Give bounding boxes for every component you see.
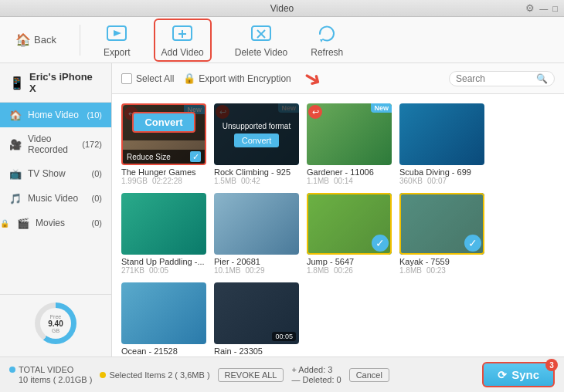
select-all-control[interactable]: Select All [121,73,174,84]
refresh-button[interactable]: Refresh [311,22,343,58]
add-video-label: Add Video [161,47,204,58]
search-input[interactable] [456,73,533,84]
video-meta: 1.1MB 00:14 [307,177,392,185]
reduce-size-bar: Reduce Size ✓ [123,150,205,164]
video-meta: 1.8MB 00:23 [399,266,484,275]
yellow-dot [100,372,106,378]
reduce-size-checkbox[interactable]: ✓ [190,151,201,162]
video-meta: 1.5MB 00:42 [214,177,299,185]
bottom-bar: TOTAL VIDEO 10 items ( 2.01GB ) Selected… [0,357,564,392]
video-recorded-icon: 🎥 [9,138,22,150]
video-info: Scuba Diving - 699 360KB 00:07 [399,167,484,185]
back-button[interactable]: 🏠 Back [15,32,56,47]
list-item[interactable]: ↩ New Unsupported format Convert Rock Cl… [214,103,299,185]
window-controls: ⚙ — □ [525,2,558,14]
list-item[interactable]: ↩ New Gardener - 11006 1.1MB 00:14 [307,103,392,185]
deleted-label: — Deleted: 0 [291,375,341,384]
list-item[interactable]: Ocean - 21528 6.5MB 00:30 [121,282,206,357]
list-item[interactable]: Scuba Diving - 699 360KB 00:07 [399,103,484,185]
gear-icon[interactable]: ⚙ [525,2,535,14]
storage-inner: Free 9.40 GB [40,308,71,339]
sidebar-item-movies[interactable]: 🔒 🎬 Movies (0) [0,211,111,235]
video-info: Jump - 5647 1.8MB 00:26 [307,257,392,275]
list-item[interactable]: ↩ New Convert Reduce Size ✓ The Hunger G… [121,103,206,185]
video-name: Jump - 5647 [307,257,392,266]
video-size: 1.99GB [121,177,148,185]
export-button[interactable]: Export [104,22,131,58]
video-meta: 1.99GB 02:22:28 [121,177,206,185]
select-all-checkbox[interactable] [121,73,132,84]
video-duration: 00:26 [334,266,353,275]
toolbar-divider [80,25,80,56]
sync-button[interactable]: ⟳ Sync 3 [482,362,555,387]
list-item[interactable]: Stand Up Paddling -... 271KB 00:05 [121,193,206,275]
video-thumbnail [121,193,206,255]
blue-dot [9,367,15,373]
video-info: Rain - 23305 376KB 00:05 [214,346,299,357]
music-video-count: (0) [92,194,102,203]
selected-items-label: Selected Items 2 ( 3,6MB ) [109,370,209,380]
movies-icon: 🎬 [17,217,29,229]
total-video-info: TOTAL VIDEO 10 items ( 2.01GB ) [9,365,92,384]
list-item[interactable]: Pier - 20681 10.1MB 00:29 [214,193,299,275]
redo-icon: ↩ [308,105,322,119]
search-box[interactable]: 🔍 [449,71,555,86]
sidebar-item-movies-label: Movies [36,218,65,228]
sidebar-item-tv-show[interactable]: 📺 TV Show (0) [0,161,111,186]
video-thumbnail: ✓ [307,193,392,255]
total-items-label: 10 items ( 2.01GB ) [19,375,92,384]
close-button[interactable]: □ [552,4,558,13]
home-video-count: (10) [87,110,102,120]
video-recorded-count: (172) [82,140,102,149]
list-item[interactable]: 00:05 Rain - 23305 376KB 00:05 [214,282,299,357]
export-icon [105,22,128,46]
total-video-text: TOTAL VIDEO [19,365,73,374]
video-size: 1.8MB [307,266,329,275]
list-item[interactable]: ✓ Jump - 5647 1.8MB 00:26 [307,193,392,275]
sidebar-item-music-video-label: Music Video [28,193,78,204]
title-bar: Video ⚙ — □ [0,0,564,17]
video-name: Rain - 23305 [214,346,299,356]
video-info: The Hunger Games 1.99GB 02:22:28 [121,167,206,185]
sync-badge: 3 [545,359,558,371]
video-thumbnail [399,103,484,165]
device-name: 📱 Eric's iPhone X [0,63,111,103]
total-items: 10 items ( 2.01GB ) [9,375,92,384]
minimize-button[interactable]: — [539,4,548,13]
video-thumbnail: 00:05 [214,282,299,344]
convert-button[interactable]: Convert [132,112,195,133]
main-toolbar: 🏠 Back Export Add Video [0,17,564,63]
sidebar-item-video-recorded[interactable]: 🎥 Video Recorded (172) [0,127,111,161]
back-arrow-icon: 🏠 [15,32,31,47]
cancel-button[interactable]: Cancel [349,368,389,382]
video-info: Pier - 20681 10.1MB 00:29 [214,257,299,275]
convert-button-unsupported[interactable]: Convert [234,133,280,147]
convert-overlay: Convert [123,105,205,140]
video-info: Kayak - 7559 1.8MB 00:23 [399,257,484,275]
export-with-encryption-button[interactable]: 🔒 Export with Encryption [183,73,290,84]
unsupported-overlay: Unsupported format Convert [214,103,299,165]
video-thumbnail [121,282,206,344]
encrypt-label: Export with Encryption [199,73,290,84]
total-video-label: TOTAL VIDEO [9,365,92,374]
video-grid: ↩ New Convert Reduce Size ✓ The Hunger G… [112,94,564,357]
video-name: Pier - 20681 [214,257,299,266]
added-deleted-info: + Added: 3 — Deleted: 0 [291,365,341,384]
delete-video-button[interactable]: Delete Video [235,22,288,58]
revoke-all-button[interactable]: REVOKE ALL [218,368,284,382]
music-video-icon: 🎵 [9,192,22,204]
sidebar-item-tv-show-label: TV Show [28,168,66,179]
video-duration: 00:42 [241,177,260,185]
movies-count: (0) [92,218,102,228]
video-name: The Hunger Games [121,167,206,177]
video-duration: 00:14 [334,177,353,185]
video-size: 10.1MB [214,266,240,275]
list-item[interactable]: ✓ Kayak - 7559 1.8MB 00:23 [399,193,484,275]
video-meta: 360KB 00:07 [399,177,484,185]
sidebar-item-music-video[interactable]: 🎵 Music Video (0) [0,186,111,211]
sidebar-item-home-video[interactable]: 🏠 Home Video (10) [0,103,111,127]
delete-video-label: Delete Video [235,47,288,58]
add-video-button[interactable]: Add Video [154,19,212,62]
selected-checkmark: ✓ [464,235,481,252]
video-size: 360KB [399,177,423,185]
